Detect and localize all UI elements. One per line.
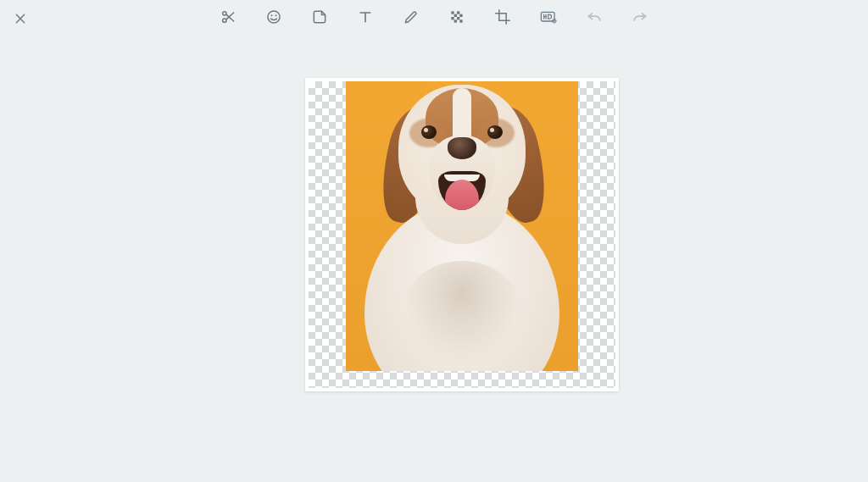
quality-tool[interactable]: [538, 7, 559, 27]
svg-rect-10: [457, 17, 459, 19]
undo-icon: [586, 8, 603, 25]
redo-button[interactable]: [630, 7, 650, 27]
crop-icon: [494, 8, 511, 25]
toolbar: [218, 7, 650, 27]
hd-settings-icon: [540, 8, 557, 25]
svg-rect-5: [451, 11, 453, 14]
photo-layer[interactable]: [346, 81, 578, 371]
emoji-tool[interactable]: [264, 7, 284, 27]
text-tool[interactable]: [355, 7, 376, 27]
svg-rect-11: [454, 19, 457, 22]
photo-subject-dog: [346, 81, 578, 371]
editor-canvas[interactable]: [305, 78, 619, 391]
svg-rect-9: [451, 17, 453, 19]
pixelate-icon: [448, 8, 465, 25]
text-icon: [357, 8, 374, 25]
pencil-icon: [403, 8, 420, 25]
smiley-icon: [265, 8, 282, 25]
close-icon: [14, 12, 27, 25]
sticker-icon: [311, 8, 328, 25]
svg-point-4: [275, 14, 277, 16]
sticker-tool[interactable]: [309, 7, 330, 27]
svg-rect-7: [454, 14, 457, 17]
svg-rect-6: [457, 11, 459, 14]
scissors-icon: [220, 8, 236, 25]
svg-rect-8: [459, 14, 462, 17]
close-button[interactable]: [10, 8, 31, 29]
crop-tool[interactable]: [492, 7, 513, 27]
editor-topbar: [0, 0, 868, 37]
blur-tool[interactable]: [447, 7, 467, 27]
cut-tool[interactable]: [218, 7, 238, 27]
svg-point-2: [268, 11, 280, 23]
redo-icon: [632, 8, 648, 25]
svg-rect-12: [459, 19, 462, 22]
undo-button[interactable]: [584, 7, 604, 27]
svg-point-3: [271, 14, 273, 16]
draw-tool[interactable]: [401, 7, 421, 27]
